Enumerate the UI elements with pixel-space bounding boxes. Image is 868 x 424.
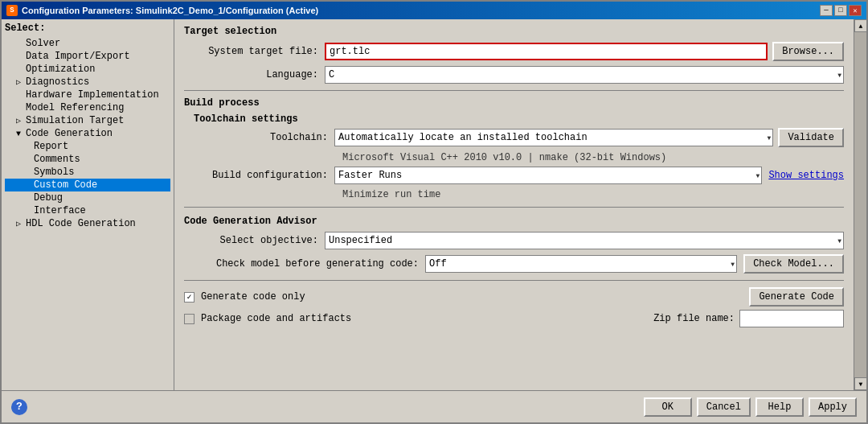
window-title: Configuration Parameters: Simulink2C_Dem…	[22, 6, 318, 15]
title-bar: S Configuration Parameters: Simulink2C_D…	[2, 2, 866, 19]
scrollbar: ▲ ▼	[854, 19, 866, 390]
scroll-up-button[interactable]: ▲	[854, 19, 866, 32]
language-select[interactable]: C C++	[325, 66, 844, 84]
target-selection-section: Target selection System target file: Bro…	[184, 26, 844, 84]
select-objective-row: Select objective: Unspecified Execution …	[184, 232, 844, 249]
apply-button[interactable]: Apply	[809, 397, 857, 417]
sidebar-label-comments: Comments	[34, 154, 80, 165]
help-circle-icon[interactable]: ?	[11, 399, 27, 415]
build-config-info: Minimize run time	[342, 189, 844, 200]
sidebar-item-symbols[interactable]: Symbols	[5, 166, 170, 179]
sidebar-label-debug: Debug	[34, 192, 63, 204]
expand-icon: ▷	[16, 116, 24, 126]
generate-code-button[interactable]: Generate Code	[749, 287, 844, 307]
language-select-wrapper: C C++	[325, 66, 844, 84]
sidebar-item-solver[interactable]: Solver	[5, 37, 170, 50]
build-config-select-wrapper: Faster Runs Faster Builds Debug Specify	[334, 167, 762, 184]
generate-code-only-label: Generate code only	[201, 291, 305, 303]
sidebar-label-diagnostics: Diagnostics	[26, 76, 89, 88]
divider2	[184, 207, 844, 208]
divider3	[184, 280, 844, 281]
build-config-row: Build configuration: Faster Runs Faster …	[194, 167, 844, 184]
toolchain-settings-subsection: Toolchain settings Toolchain: Automatica…	[194, 113, 844, 200]
sidebar-item-hdl-code[interactable]: ▷ HDL Code Generation	[5, 217, 170, 230]
advisor-title: Code Generation Advisor	[184, 216, 844, 227]
sidebar: Select: Solver Data Import/Export Optimi…	[2, 19, 174, 390]
sidebar-item-comments[interactable]: Comments	[5, 153, 170, 166]
sidebar-label-interface: Interface	[34, 205, 86, 216]
zip-file-input[interactable]	[739, 310, 844, 327]
select-objective-wrapper: Unspecified Execution efficiency ROM eff…	[325, 232, 844, 249]
toolchain-row: Toolchain: Automatically locate an insta…	[194, 128, 844, 147]
divider1	[184, 90, 844, 91]
sidebar-item-diagnostics[interactable]: ▷ Diagnostics	[5, 76, 170, 89]
cancel-button[interactable]: Cancel	[697, 397, 751, 417]
maximize-button[interactable]: □	[834, 5, 847, 16]
system-target-file-input[interactable]	[325, 43, 768, 60]
browse-button[interactable]: Browse...	[772, 42, 844, 61]
language-row: Language: C C++	[184, 66, 844, 84]
advisor-section: Code Generation Advisor Select objective…	[184, 216, 844, 274]
build-config-label: Build configuration:	[194, 170, 334, 181]
sidebar-label-report: Report	[34, 141, 68, 152]
build-config-select[interactable]: Faster Runs Faster Builds Debug Specify	[334, 167, 762, 184]
sidebar-label-symbols: Symbols	[34, 167, 74, 178]
toolchain-label: Toolchain:	[194, 132, 334, 143]
check-model-select-wrapper: Off On	[425, 255, 737, 273]
sidebar-label-custom-code: Custom Code	[34, 179, 97, 191]
sidebar-label-sim-target: Simulation Target	[26, 115, 124, 126]
generate-code-only-checkbox[interactable]: ✓	[184, 292, 194, 303]
ok-button[interactable]: OK	[644, 397, 692, 417]
check-model-select[interactable]: Off On	[425, 255, 737, 273]
select-objective-select[interactable]: Unspecified Execution efficiency ROM eff…	[325, 232, 844, 249]
zip-row: Zip file name:	[653, 310, 844, 327]
main-content: Select: Solver Data Import/Export Optimi…	[2, 19, 866, 390]
sidebar-label-optimization: Optimization	[26, 64, 95, 75]
select-objective-label: Select objective:	[184, 235, 325, 246]
main-window: S Configuration Parameters: Simulink2C_D…	[0, 0, 868, 424]
sidebar-label-hardware: Hardware Implementation	[26, 89, 159, 101]
generate-code-only-row: ✓ Generate code only	[184, 291, 305, 303]
sidebar-item-hardware[interactable]: Hardware Implementation	[5, 89, 170, 101]
right-panel: Target selection System target file: Bro…	[174, 19, 866, 390]
scroll-track[interactable]	[854, 32, 866, 377]
validate-button[interactable]: Validate	[778, 128, 844, 147]
sidebar-item-data-import[interactable]: Data Import/Export	[5, 50, 170, 63]
expand-icon: ▼	[16, 130, 24, 138]
system-target-file-row: System target file: Browse...	[184, 42, 844, 61]
toolchain-settings-title: Toolchain settings	[194, 113, 844, 125]
sidebar-item-code-gen[interactable]: ▼ Code Generation	[5, 127, 170, 140]
package-code-checkbox[interactable]	[184, 314, 194, 324]
check-model-button[interactable]: Check Model...	[743, 254, 844, 274]
expand-icon: ▷	[16, 77, 24, 87]
show-settings-link[interactable]: Show settings	[768, 170, 844, 181]
sidebar-item-model-ref[interactable]: Model Referencing	[5, 101, 170, 114]
sidebar-item-report[interactable]: Report	[5, 140, 170, 153]
generate-section: ✓ Generate code only Generate Code Packa…	[184, 287, 844, 327]
sidebar-item-debug[interactable]: Debug	[5, 191, 170, 204]
close-button[interactable]: ✕	[849, 5, 862, 16]
toolchain-select[interactable]: Automatically locate an installed toolch…	[334, 129, 773, 146]
footer: ? OK Cancel Help Apply	[2, 390, 866, 422]
sidebar-label-hdl-code: HDL Code Generation	[26, 218, 136, 229]
title-bar-left: S Configuration Parameters: Simulink2C_D…	[6, 5, 318, 16]
help-button[interactable]: Help	[755, 397, 804, 417]
build-process-title: Build process	[184, 97, 844, 109]
sidebar-label-solver: Solver	[26, 38, 60, 49]
sidebar-label-model-ref: Model Referencing	[26, 102, 124, 113]
sidebar-item-custom-code[interactable]: Custom Code	[5, 179, 170, 191]
expand-icon: ▷	[16, 219, 24, 228]
app-icon: S	[6, 5, 18, 16]
language-label: Language:	[184, 69, 325, 80]
footer-left: ?	[11, 399, 27, 415]
package-code-row: Package code and artifacts	[184, 313, 351, 324]
sidebar-item-interface[interactable]: Interface	[5, 204, 170, 217]
package-code-label: Package code and artifacts	[201, 313, 351, 324]
zip-file-label: Zip file name:	[653, 313, 735, 324]
sidebar-item-optimization[interactable]: Optimization	[5, 63, 170, 76]
sidebar-label-data-import: Data Import/Export	[26, 51, 130, 62]
target-selection-title: Target selection	[184, 26, 844, 37]
sidebar-item-sim-target[interactable]: ▷ Simulation Target	[5, 114, 170, 127]
scroll-down-button[interactable]: ▼	[854, 377, 866, 390]
minimize-button[interactable]: ─	[820, 5, 833, 16]
